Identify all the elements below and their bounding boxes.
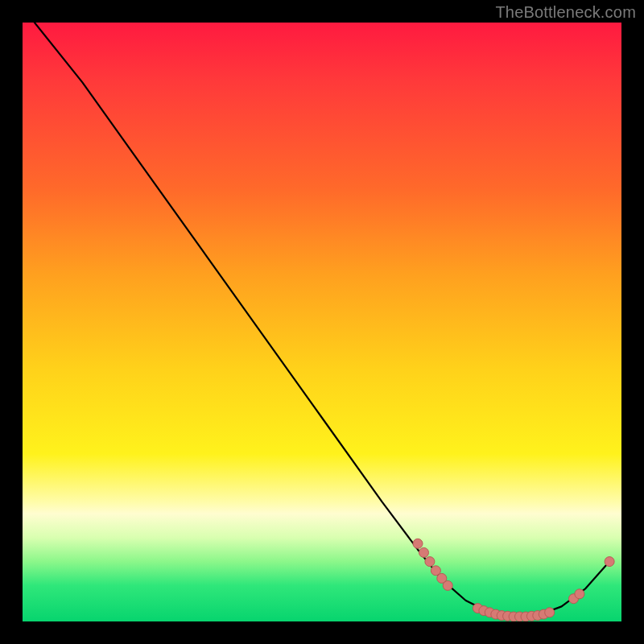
plot-area	[23, 23, 621, 621]
data-point	[575, 589, 584, 599]
data-point	[443, 580, 452, 590]
chart-frame: TheBottleneck.com	[0, 0, 644, 644]
watermark-text: TheBottleneck.com	[495, 3, 636, 22]
data-point	[425, 557, 435, 567]
data-point	[605, 557, 614, 567]
data-point	[419, 547, 429, 557]
data-point	[413, 539, 423, 548]
bottleneck-curve	[23, 23, 621, 621]
data-point	[545, 608, 555, 617]
